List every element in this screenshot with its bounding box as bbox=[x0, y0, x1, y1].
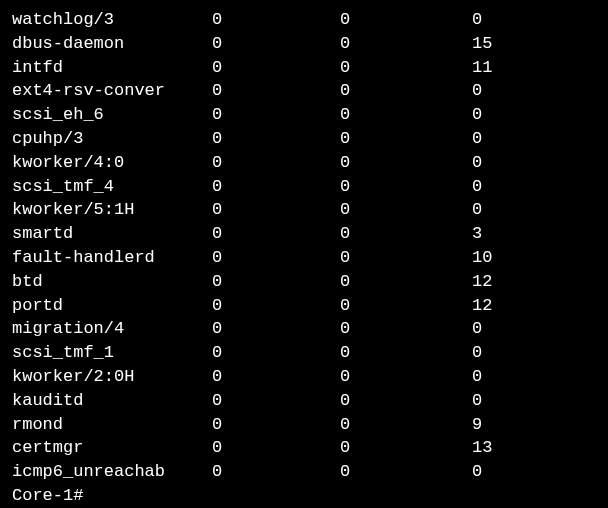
process-table: watchlog/3000dbus-daemon0015intfd0011ext… bbox=[12, 8, 596, 484]
process-col-c: 0 bbox=[472, 365, 482, 389]
process-col-c: 0 bbox=[472, 127, 482, 151]
table-row: kworker/2:0H000 bbox=[12, 365, 596, 389]
process-name: scsi_tmf_4 bbox=[12, 175, 212, 199]
process-col-a: 0 bbox=[212, 317, 340, 341]
process-name: kworker/2:0H bbox=[12, 365, 212, 389]
process-col-c: 0 bbox=[472, 175, 482, 199]
table-row: kworker/5:1H000 bbox=[12, 198, 596, 222]
process-col-a: 0 bbox=[212, 436, 340, 460]
process-name: btd bbox=[12, 270, 212, 294]
process-col-a: 0 bbox=[212, 127, 340, 151]
process-name: scsi_eh_6 bbox=[12, 103, 212, 127]
process-name: kworker/5:1H bbox=[12, 198, 212, 222]
process-name: intfd bbox=[12, 56, 212, 80]
process-col-b: 0 bbox=[340, 341, 472, 365]
process-col-a: 0 bbox=[212, 151, 340, 175]
process-col-a: 0 bbox=[212, 389, 340, 413]
table-row: rmond009 bbox=[12, 413, 596, 437]
table-row: scsi_eh_6000 bbox=[12, 103, 596, 127]
process-col-b: 0 bbox=[340, 127, 472, 151]
process-col-c: 15 bbox=[472, 32, 492, 56]
process-name: smartd bbox=[12, 222, 212, 246]
process-name: cpuhp/3 bbox=[12, 127, 212, 151]
table-row: cpuhp/3000 bbox=[12, 127, 596, 151]
process-col-b: 0 bbox=[340, 436, 472, 460]
table-row: watchlog/3000 bbox=[12, 8, 596, 32]
process-col-c: 0 bbox=[472, 389, 482, 413]
process-col-c: 0 bbox=[472, 103, 482, 127]
table-row: smartd003 bbox=[12, 222, 596, 246]
process-name: portd bbox=[12, 294, 212, 318]
process-col-a: 0 bbox=[212, 8, 340, 32]
process-col-c: 11 bbox=[472, 56, 492, 80]
process-col-c: 9 bbox=[472, 413, 482, 437]
process-col-b: 0 bbox=[340, 389, 472, 413]
process-col-a: 0 bbox=[212, 413, 340, 437]
process-col-a: 0 bbox=[212, 103, 340, 127]
process-col-b: 0 bbox=[340, 103, 472, 127]
process-col-b: 0 bbox=[340, 270, 472, 294]
process-col-c: 0 bbox=[472, 460, 482, 484]
process-name: kauditd bbox=[12, 389, 212, 413]
process-col-b: 0 bbox=[340, 8, 472, 32]
process-name: migration/4 bbox=[12, 317, 212, 341]
process-name: icmp6_unreachab bbox=[12, 460, 212, 484]
process-col-c: 0 bbox=[472, 79, 482, 103]
process-name: kworker/4:0 bbox=[12, 151, 212, 175]
table-row: scsi_tmf_1000 bbox=[12, 341, 596, 365]
process-name: certmgr bbox=[12, 436, 212, 460]
process-col-a: 0 bbox=[212, 460, 340, 484]
process-col-c: 13 bbox=[472, 436, 492, 460]
process-col-b: 0 bbox=[340, 460, 472, 484]
process-col-a: 0 bbox=[212, 294, 340, 318]
table-row: scsi_tmf_4000 bbox=[12, 175, 596, 199]
process-col-a: 0 bbox=[212, 270, 340, 294]
process-col-b: 0 bbox=[340, 79, 472, 103]
process-col-a: 0 bbox=[212, 246, 340, 270]
process-name: ext4-rsv-conver bbox=[12, 79, 212, 103]
table-row: btd0012 bbox=[12, 270, 596, 294]
table-row: kworker/4:0000 bbox=[12, 151, 596, 175]
table-row: ext4-rsv-conver000 bbox=[12, 79, 596, 103]
shell-prompt[interactable]: Core-1# bbox=[12, 484, 596, 508]
process-col-c: 12 bbox=[472, 294, 492, 318]
process-col-a: 0 bbox=[212, 32, 340, 56]
table-row: certmgr0013 bbox=[12, 436, 596, 460]
process-col-c: 0 bbox=[472, 317, 482, 341]
process-col-c: 3 bbox=[472, 222, 482, 246]
process-col-b: 0 bbox=[340, 151, 472, 175]
table-row: dbus-daemon0015 bbox=[12, 32, 596, 56]
process-name: scsi_tmf_1 bbox=[12, 341, 212, 365]
table-row: intfd0011 bbox=[12, 56, 596, 80]
process-col-a: 0 bbox=[212, 341, 340, 365]
process-name: dbus-daemon bbox=[12, 32, 212, 56]
process-name: fault-handlerd bbox=[12, 246, 212, 270]
process-col-a: 0 bbox=[212, 222, 340, 246]
process-col-b: 0 bbox=[340, 32, 472, 56]
process-name: rmond bbox=[12, 413, 212, 437]
table-row: kauditd000 bbox=[12, 389, 596, 413]
process-col-a: 0 bbox=[212, 79, 340, 103]
process-col-b: 0 bbox=[340, 365, 472, 389]
process-col-c: 0 bbox=[472, 8, 482, 32]
process-col-a: 0 bbox=[212, 365, 340, 389]
process-col-c: 0 bbox=[472, 198, 482, 222]
process-col-a: 0 bbox=[212, 198, 340, 222]
process-col-b: 0 bbox=[340, 317, 472, 341]
process-col-b: 0 bbox=[340, 294, 472, 318]
process-name: watchlog/3 bbox=[12, 8, 212, 32]
process-col-c: 0 bbox=[472, 151, 482, 175]
process-col-b: 0 bbox=[340, 413, 472, 437]
process-col-a: 0 bbox=[212, 175, 340, 199]
process-col-c: 10 bbox=[472, 246, 492, 270]
process-col-b: 0 bbox=[340, 198, 472, 222]
process-col-c: 0 bbox=[472, 341, 482, 365]
process-col-b: 0 bbox=[340, 175, 472, 199]
process-col-c: 12 bbox=[472, 270, 492, 294]
table-row: fault-handlerd0010 bbox=[12, 246, 596, 270]
process-col-a: 0 bbox=[212, 56, 340, 80]
process-col-b: 0 bbox=[340, 56, 472, 80]
table-row: icmp6_unreachab000 bbox=[12, 460, 596, 484]
table-row: portd0012 bbox=[12, 294, 596, 318]
process-col-b: 0 bbox=[340, 222, 472, 246]
